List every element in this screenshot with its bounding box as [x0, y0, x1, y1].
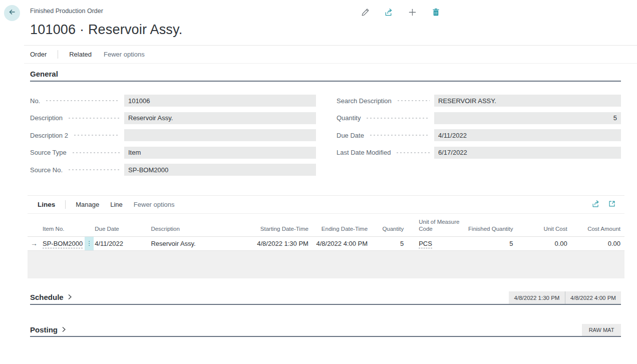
lines-menu-manage[interactable]: Manage [76, 201, 99, 208]
general-fields-right: Search Description RESERVOIR ASSY. Quant… [337, 95, 621, 164]
field-no: No. 101006 [30, 95, 316, 107]
description-field[interactable]: Reservoir Assy. [124, 112, 316, 124]
row-more-options-button[interactable]: ⋮ [85, 236, 94, 250]
source-no-field[interactable]: SP-BOM2000 [124, 164, 316, 176]
uom-link[interactable]: PCS [419, 240, 432, 248]
menu-item-related[interactable]: Related [69, 51, 92, 58]
menu-item-fewer-options[interactable]: Fewer options [104, 51, 145, 58]
row-cell-ending-date-time[interactable]: 4/8/2022 4:00 PM [309, 236, 369, 250]
lines-menu-fewer-options[interactable]: Fewer options [134, 201, 175, 208]
no-field[interactable]: 101006 [124, 95, 316, 107]
lines-tab[interactable]: Lines [38, 201, 55, 208]
delete-button[interactable] [431, 8, 441, 18]
field-description-2: Description 2 [30, 129, 316, 141]
row-selector-arrow-icon: → [31, 239, 38, 247]
general-section-heading[interactable]: General [30, 70, 58, 78]
share-icon [384, 8, 394, 19]
dotted-leader [368, 132, 430, 138]
schedule-summary: 4/8/2022 1:30 PM 4/8/2022 4:00 PM [509, 291, 621, 304]
column-header-finished-quantity[interactable]: Finished Quantity [464, 214, 514, 236]
row-cell-item-no: SP-BOM2000 [41, 236, 85, 250]
field-source-type: Source Type Item [30, 147, 316, 159]
trash-icon [431, 8, 441, 19]
field-label: Description 2 [30, 132, 68, 139]
last-date-modified-field[interactable]: 6/17/2022 [434, 147, 621, 159]
row-cell-finished-quantity[interactable]: 5 [464, 236, 514, 250]
dotted-leader [396, 98, 430, 104]
row-cell-quantity[interactable]: 5 [369, 236, 405, 250]
column-header-unit-of-measure-code[interactable]: Unit of Measure Code [405, 214, 464, 236]
share-button[interactable] [384, 8, 394, 18]
dotted-leader [72, 132, 120, 138]
popout-icon [607, 199, 616, 210]
open-in-new-window-button[interactable] [607, 200, 616, 209]
page-title: 101006 · Reservoir Assy. [30, 22, 182, 38]
share-button[interactable] [591, 200, 600, 209]
column-header-unit-cost[interactable]: Unit Cost [514, 214, 568, 236]
inventory-posting-group-summary[interactable]: RAW MAT [582, 324, 621, 336]
table-row[interactable]: → SP-BOM2000 ⋮ 4/11/2022 Reservoir Assy.… [28, 236, 624, 250]
field-label: Last Date Modified [337, 149, 391, 156]
field-search-description: Search Description RESERVOIR ASSY. [337, 95, 621, 107]
empty-grid-area [28, 251, 624, 278]
field-description: Description Reservoir Assy. [30, 112, 316, 124]
row-cell-due-date[interactable]: 4/11/2022 [94, 236, 150, 250]
description-2-field[interactable] [124, 129, 316, 141]
quantity-field[interactable]: 5 [434, 112, 621, 124]
row-cell-cost-amount[interactable]: 0.00 [568, 236, 624, 250]
column-header-item-no[interactable]: Item No. [41, 214, 85, 236]
ending-date-time-summary[interactable]: 4/8/2022 4:00 PM [565, 291, 621, 304]
lines-panel: Lines Manage Line Fewer options [28, 195, 624, 278]
column-header-ending-date-time[interactable]: Ending Date-Time [309, 214, 369, 236]
menu-item-order[interactable]: Order [30, 51, 47, 58]
page-actions [360, 8, 441, 18]
schedule-section-rule [30, 304, 621, 305]
row-cell-description[interactable]: Reservoir Assy. [150, 236, 248, 250]
lines-table-header-row: Item No. Due Date Description Starting D… [28, 214, 624, 236]
source-type-field[interactable]: Item [124, 147, 316, 159]
column-header-selector [28, 214, 41, 236]
dotted-leader [67, 167, 120, 173]
menu-divider [58, 50, 58, 59]
schedule-section-heading[interactable]: Schedule [30, 292, 73, 302]
field-label: Description [30, 114, 63, 122]
field-last-date-modified: Last Date Modified 6/17/2022 [337, 147, 621, 159]
field-label: Source Type [30, 149, 67, 156]
share-icon [591, 199, 600, 210]
search-description-field[interactable]: RESERVOIR ASSY. [434, 95, 621, 107]
pencil-icon [361, 8, 370, 19]
dotted-leader [44, 98, 120, 104]
field-label: Due Date [337, 132, 364, 139]
new-button[interactable] [407, 8, 417, 18]
lines-table: Item No. Due Date Description Starting D… [28, 214, 624, 251]
due-date-field[interactable]: 4/11/2022 [434, 129, 621, 141]
column-header-starting-date-time[interactable]: Starting Date-Time [248, 214, 309, 236]
dotted-leader [395, 150, 430, 156]
lines-panel-icons [591, 200, 616, 209]
column-header-quantity[interactable]: Quantity [369, 214, 405, 236]
dotted-leader [365, 115, 430, 121]
dotted-leader [67, 115, 120, 121]
column-header-due-date[interactable]: Due Date [94, 214, 150, 236]
row-cell-starting-date-time[interactable]: 4/8/2022 1:30 PM [248, 236, 309, 250]
edit-button[interactable] [360, 8, 370, 18]
field-label: Source No. [30, 166, 63, 174]
starting-date-time-summary[interactable]: 4/8/2022 1:30 PM [509, 291, 565, 304]
menu-divider [65, 200, 66, 209]
column-header-cost-amount[interactable]: Cost Amount [568, 214, 624, 236]
lines-menu-line[interactable]: Line [110, 201, 123, 208]
dotted-leader [71, 150, 120, 156]
row-cell-unit-cost[interactable]: 0.00 [514, 236, 568, 250]
back-button[interactable] [4, 5, 20, 21]
item-no-link[interactable]: SP-BOM2000 [43, 240, 83, 248]
finished-production-order-page: Finished Production Order [0, 0, 637, 364]
column-header-options [85, 214, 94, 236]
divider [24, 63, 637, 64]
row-cell-unit-of-measure: PCS [405, 236, 464, 250]
posting-section-heading[interactable]: Posting [30, 325, 67, 334]
column-header-description[interactable]: Description [150, 214, 248, 236]
lines-menu: Lines Manage Line Fewer options [28, 196, 624, 214]
action-menu: Order Related Fewer options [30, 50, 145, 59]
field-label: Quantity [337, 114, 361, 122]
field-label: Search Description [337, 97, 392, 105]
